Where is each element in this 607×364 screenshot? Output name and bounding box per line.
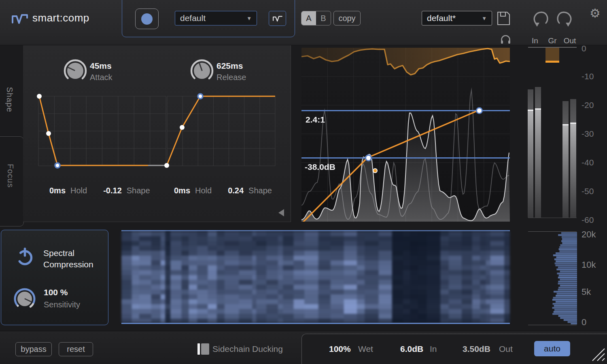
headphones-icon[interactable] [500,34,511,44]
toggle-body [201,343,209,355]
spectral-compression-panel [1,230,108,325]
app-title: smart:comp [32,12,89,24]
db-tick: -30 [582,129,602,139]
gain-reduction-cap [545,61,559,63]
undo-icon[interactable] [532,10,549,27]
record-button[interactable] [135,8,159,29]
profile-dropdown-value: default [180,13,206,23]
gain-reduction-meter [545,48,559,63]
gain-in-label: In [430,344,437,354]
hist-top-line [528,231,577,232]
envelope-node-selected[interactable] [55,163,60,168]
tab-focus[interactable]: Focus [6,164,15,188]
ratio-value[interactable]: 2.4:1 [306,115,325,125]
release-shape-value[interactable]: 0.24 [228,186,244,195]
chevron-down-icon: ▼ [482,15,487,21]
out-meter-right [570,99,576,218]
spectrogram-canvas [121,231,510,323]
release-value[interactable]: 625ms [216,61,243,71]
transfer-curve [301,48,510,222]
meter-out-label: Out [562,36,578,45]
spectral-title-1: Spectral [43,248,74,259]
release-env-readout: 0ms Hold 0.24 Shape [174,186,272,195]
meter-gr-label: Gr [544,36,560,45]
compression-curve-display: 2.4:1 -38.0dB [301,48,510,222]
auto-gain-button[interactable]: auto [534,341,570,356]
input-level-dot [373,168,378,173]
preset-dropdown-value: default* [427,13,456,23]
spectrogram-bottom-line [121,323,510,324]
copy-button[interactable]: copy [333,11,361,25]
brand-logo-icon [11,11,29,26]
gain-in-value[interactable]: 6.0dB [400,344,423,354]
db-tick: -40 [582,158,602,167]
wet-label: Wet [358,344,373,354]
sensitivity-label: Sensitivity [44,300,80,309]
release-hold-value[interactable]: 0ms [174,186,190,195]
envelope-node[interactable] [46,131,51,136]
wet-value[interactable]: 100% [329,344,351,354]
preset-dropdown[interactable]: default* ▼ [422,11,492,25]
db-tick: -10 [582,72,602,81]
attack-knob[interactable] [63,58,88,83]
sidechain-ducking-label: Sidechain Ducking [212,344,283,354]
db-tick: -50 [582,186,602,196]
attack-hold-label: Hold [70,186,87,195]
envelope-node[interactable] [37,94,42,99]
tab-shape[interactable]: Shape [5,87,14,112]
freq-tick: 20k [582,229,602,240]
attack-value[interactable]: 45ms [90,61,112,71]
frequency-histogram-canvas [545,232,577,324]
settings-gear-icon[interactable]: ⚙ [590,6,601,20]
toggle-indicator [197,343,200,355]
sensitivity-value[interactable]: 100 % [44,288,68,297]
profile-dropdown[interactable]: default ▼ [175,11,257,25]
attack-hold-value[interactable]: 0ms [49,186,66,195]
release-shape-label: Shape [248,186,272,195]
in-meter-left [528,89,533,218]
redo-icon[interactable] [556,10,573,27]
release-knob[interactable] [189,58,214,83]
in-meter-right [535,87,541,218]
out-meter-left [562,101,569,218]
freq-tick: 10k [582,260,602,270]
release-hold-label: Hold [195,186,212,195]
meter-in-label: In [527,36,543,45]
db-tick: -20 [582,100,602,110]
ab-a-button[interactable]: A [301,11,316,25]
gain-out-value[interactable]: 3.50dB [463,344,490,354]
envelope-node[interactable] [180,125,185,130]
reset-button[interactable]: reset [59,342,93,356]
attack-shape-label: Shape [127,186,150,195]
release-label: Release [216,73,246,82]
envelope-node[interactable] [164,163,169,168]
ab-compare-group: A B [301,11,331,25]
save-icon[interactable] [496,11,511,26]
db-tick: 0 [582,44,602,53]
power-icon[interactable] [15,247,34,267]
ratio-handle[interactable] [476,107,483,114]
freq-tick: 5k [582,287,602,297]
record-icon [141,13,153,25]
attack-label: Attack [90,73,112,82]
gain-out-label: Out [499,344,513,354]
top-bar: smart:comp default ▼ A B copy default* ▼ [0,0,607,45]
db-tick: -60 [582,215,602,225]
sensitivity-knob[interactable] [13,287,36,311]
ab-b-button[interactable]: B [316,11,331,25]
smartcomp-window: smart:comp default ▼ A B copy default* ▼ [0,0,607,364]
spectral-title-2: Compression [43,259,93,270]
attack-shape-value[interactable]: -0.12 [103,186,122,195]
sonible-wave-icon [272,14,283,23]
learn-button[interactable] [269,11,286,26]
collapse-panel-icon[interactable] [278,209,284,216]
sidechain-ducking-toggle[interactable] [197,343,209,355]
threshold-value[interactable]: -38.0dB [305,162,335,172]
envelope-graphs [36,93,279,171]
hist-bottom-line [528,325,577,325]
meter-baseline [528,218,577,218]
bypass-button[interactable]: bypass [15,342,52,356]
envelope-node-selected[interactable] [198,94,203,99]
threshold-handle[interactable] [365,154,372,161]
resize-handle-icon[interactable] [588,344,606,362]
